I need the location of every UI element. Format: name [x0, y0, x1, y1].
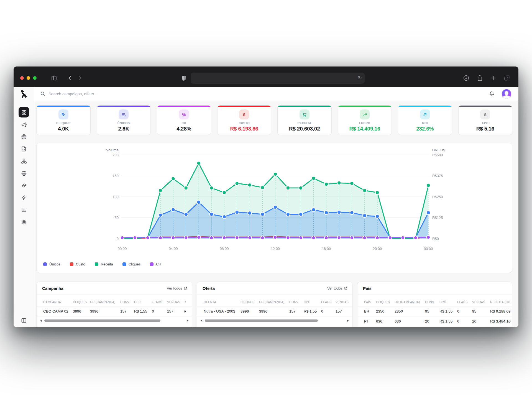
scroll-left-icon[interactable]: ◀: [200, 319, 202, 322]
sidebar-item-landing-pages[interactable]: [19, 144, 29, 154]
legend-item[interactable]: Únicos: [43, 262, 60, 266]
svg-text:200: 200: [112, 153, 119, 157]
svg-text:04:00: 04:00: [169, 247, 178, 251]
metric-label: ROI: [422, 121, 428, 125]
sidebar-nav: [19, 107, 29, 227]
traffic-chart-svg: 0R$050R$125100R$250150R$375200R$500Volum…: [37, 143, 512, 273]
metric-card-custo: $ CUSTO R$ 6.193,86: [217, 105, 272, 135]
horizontal-scrollbar[interactable]: ◀ ▶: [200, 317, 349, 324]
oferta-card: Oferta Ver todos OFERTACLIQUESUC (CAMPAN…: [197, 282, 353, 327]
new-tab-icon[interactable]: [490, 75, 496, 81]
table-header-row: OFERTACLIQUESUC (CAMPANHA)CONV.CPCLEADSV…: [197, 298, 352, 306]
legend-swatch: [122, 262, 126, 266]
downloads-icon[interactable]: [463, 75, 469, 81]
metric-value: 4.0K: [58, 126, 69, 132]
table-body: CBO CAMP 0239963996157R$ 1,550157R: [37, 306, 192, 316]
svg-text:R$0: R$0: [432, 237, 439, 241]
summary-tables-row: Campanha Ver todos CAMPANHACLIQUESUC (CA…: [36, 282, 512, 327]
zoom-button[interactable]: [33, 76, 37, 80]
dollar-icon: $: [239, 109, 249, 119]
metric-card-roi: ROI 232.6%: [398, 105, 452, 135]
ver-todos-link[interactable]: Ver todos: [327, 286, 347, 290]
sidebar-item-offers[interactable]: [19, 131, 29, 142]
percent-icon: %: [179, 109, 189, 119]
minimize-button[interactable]: [27, 76, 30, 80]
svg-text:Volume: Volume: [106, 148, 119, 152]
legend-item[interactable]: Receita: [95, 262, 113, 266]
legend-swatch: [43, 262, 47, 266]
back-button[interactable]: [67, 75, 73, 81]
metric-label: EPC: [482, 121, 488, 125]
metric-label: CR: [181, 121, 186, 125]
dollar-icon: $: [480, 109, 490, 119]
svg-text:R$500: R$500: [432, 153, 443, 157]
browser-window: ↻: [14, 66, 518, 327]
metric-label: CUSTO: [239, 121, 250, 125]
table-title: Oferta: [203, 286, 215, 291]
svg-text:150: 150: [112, 174, 119, 178]
table-body: Nutra - USA - 200$39963996157R$ 1,550157: [197, 306, 352, 316]
svg-text:50: 50: [115, 216, 119, 220]
cart-icon: [300, 109, 310, 119]
user-avatar[interactable]: [502, 89, 511, 99]
metric-value: R$ 6.193,86: [230, 126, 258, 132]
scrollbar-thumb[interactable]: [205, 319, 318, 322]
browser-chrome: ↻: [14, 66, 518, 87]
metric-card-epc: $ EPC R$ 5,16: [458, 105, 513, 135]
svg-text:20:00: 20:00: [373, 247, 382, 251]
table-header-row: PAÍSCLIQUESUC (CAMPANHA)CONV.CPCLEADSVEN…: [357, 298, 512, 306]
scroll-right-icon[interactable]: ▶: [347, 319, 349, 322]
svg-text:100: 100: [112, 195, 119, 199]
logo-dog[interactable]: [20, 89, 28, 99]
sidebar-item-domains[interactable]: [19, 168, 29, 178]
sidebar-item-settings[interactable]: [19, 217, 29, 227]
search-input[interactable]: [48, 91, 164, 96]
forward-button[interactable]: [77, 75, 83, 81]
sidebar-item-automations[interactable]: [19, 192, 29, 203]
sidebar-item-campaigns[interactable]: [19, 119, 29, 130]
collapse-sidebar-icon[interactable]: [21, 318, 27, 323]
notifications-bell-icon[interactable]: [489, 91, 495, 97]
horizontal-scrollbar[interactable]: ◀ ▶: [40, 317, 189, 324]
metric-value: R$ 5,16: [476, 126, 494, 132]
address-bar[interactable]: ↻: [191, 73, 365, 84]
toggle-sidebar-icon[interactable]: [51, 75, 57, 81]
pais-card: País PAÍSCLIQUESUC (CAMPANHA)CONV.CPCLEA…: [357, 282, 512, 327]
tab-overview-icon[interactable]: [504, 75, 510, 81]
table-body: BR2350235095R$ 1,55095R$ 9.288,09PT63663…: [357, 306, 512, 326]
legend-swatch: [150, 262, 154, 266]
svg-text:R$375: R$375: [432, 174, 443, 178]
campanha-card: Campanha Ver todos CAMPANHACLIQUESUC (CA…: [36, 282, 192, 327]
share-icon[interactable]: [477, 75, 483, 81]
metric-value: R$ 14.409,16: [349, 126, 380, 132]
app-header: [34, 87, 518, 101]
svg-text:12:00: 12:00: [271, 247, 280, 251]
external-link-icon: [344, 287, 347, 290]
reload-icon[interactable]: ↻: [358, 76, 362, 80]
legend-item[interactable]: Cliques: [122, 262, 140, 266]
cursor-click-icon: [58, 109, 68, 119]
scroll-right-icon[interactable]: ▶: [187, 319, 189, 322]
metric-value: 232.6%: [416, 126, 434, 132]
legend-swatch: [95, 262, 98, 266]
scrollbar-thumb[interactable]: [44, 319, 160, 322]
sidebar-item-dashboard[interactable]: [19, 107, 29, 117]
legend-item[interactable]: CR: [150, 262, 161, 266]
close-button[interactable]: [20, 76, 24, 80]
svg-text:BRL R$: BRL R$: [432, 148, 445, 152]
ver-todos-link[interactable]: Ver todos: [167, 286, 187, 290]
sidebar: [14, 87, 34, 327]
metric-label: LUCRO: [359, 121, 370, 125]
users-icon: [119, 109, 129, 119]
scroll-left-icon[interactable]: ◀: [40, 319, 42, 322]
svg-text:16:00: 16:00: [322, 247, 331, 251]
sidebar-item-funnels[interactable]: [19, 156, 29, 166]
metric-value: 4.28%: [177, 126, 191, 132]
metric-card-receita: RECEITA R$ 20.603,02: [277, 105, 332, 135]
shield-icon[interactable]: [181, 75, 187, 81]
sidebar-item-reports[interactable]: [19, 204, 29, 215]
sidebar-item-links[interactable]: [19, 180, 29, 191]
metric-card-cr: % CR 4.28%: [157, 105, 211, 135]
svg-text:00:00: 00:00: [118, 247, 127, 251]
legend-item[interactable]: Custo: [70, 262, 85, 266]
